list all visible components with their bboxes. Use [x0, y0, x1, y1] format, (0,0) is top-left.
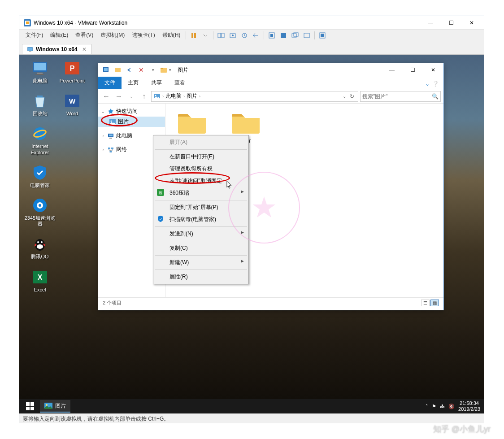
context-menu-item-4[interactable]: 从"快速访问"取消固定	[154, 175, 248, 187]
qat-newfolder-icon[interactable]	[113, 65, 123, 75]
ribbon-expand-icon[interactable]: ⌄ ❔	[421, 79, 443, 89]
view-large-icon[interactable]: ▦	[430, 300, 439, 306]
desktop-icon-qq[interactable]: 腾讯QQ	[24, 235, 56, 260]
desktop-icon-2345[interactable]: 2345加速浏览器	[24, 196, 56, 227]
explorer-max-button[interactable]: ☐	[402, 64, 423, 76]
svg-rect-12	[281, 33, 286, 38]
svg-point-32	[37, 241, 39, 243]
console-icon[interactable]	[302, 30, 312, 40]
folder-icon	[230, 110, 261, 135]
explorer-body: ⌄ 快速访问 图片 › 此电脑 ›	[98, 104, 443, 297]
context-menu-item-3[interactable]: 管理员取得所有权	[154, 163, 248, 175]
tray-network-icon[interactable]: 🖧	[440, 404, 445, 409]
fit-icon[interactable]	[267, 30, 277, 40]
menu-tabs[interactable]: 选项卡(T)	[128, 30, 158, 40]
address-refresh-icon[interactable]: ↻	[348, 93, 356, 100]
tree-quick-access[interactable]: ⌄ 快速访问	[98, 106, 165, 117]
context-menu-item-2[interactable]: 在新窗口中打开(E)	[154, 151, 248, 163]
desktop-icon-ie[interactable]: Internet Explorer	[24, 125, 56, 155]
ribbon-view-tab[interactable]: 查看	[168, 77, 191, 89]
revert-icon[interactable]	[251, 30, 261, 40]
svg-rect-59	[26, 407, 30, 410]
snapshot-mgr-icon[interactable]	[239, 30, 249, 40]
ribbon-home-tab[interactable]: 主页	[122, 77, 145, 89]
svg-point-48	[111, 120, 112, 122]
context-menu-item-12[interactable]: 复制(C)	[154, 242, 248, 254]
menu-file[interactable]: 文件(F)	[22, 30, 47, 40]
menu-help[interactable]: 帮助(H)	[159, 30, 184, 40]
qat-dropdown-icon[interactable]: ▾	[148, 65, 158, 75]
send-cad-icon[interactable]	[216, 30, 226, 40]
breadcrumb-pictures[interactable]: 图片	[187, 92, 197, 100]
explorer-close-button[interactable]: ✕	[423, 64, 443, 76]
svg-rect-53	[111, 148, 113, 149]
qat-properties-icon[interactable]	[101, 65, 112, 75]
folder-icon	[176, 110, 208, 135]
ppt-icon: P	[63, 59, 81, 77]
svg-point-33	[41, 241, 43, 243]
guest-desktop[interactable]: 此电脑 回收站 Internet Explorer 电脑管家 2345加速浏览器…	[19, 55, 484, 413]
svg-rect-6	[222, 33, 224, 38]
pause-icon[interactable]	[189, 30, 199, 40]
context-menu-item-7[interactable]: 固定到"开始"屏幕(P)	[154, 201, 248, 213]
desktop-icon-this-pc[interactable]: 此电脑	[24, 59, 56, 84]
context-menu-separator	[155, 200, 247, 200]
vm-tab-close-icon[interactable]: ✕	[82, 46, 87, 52]
unity-icon[interactable]	[290, 30, 300, 40]
ribbon-file-tab[interactable]: 文件	[98, 77, 122, 89]
address-box[interactable]: › 此电脑 › 图片 › ⌄ ↻	[151, 91, 358, 102]
breadcrumb-thispc[interactable]: 此电脑	[165, 92, 182, 100]
svg-point-46	[155, 95, 156, 96]
recycle-icon	[31, 92, 49, 110]
explorer-min-button[interactable]: —	[382, 64, 402, 76]
desktop-icon-word[interactable]: WWord	[56, 92, 88, 117]
tray-up-icon[interactable]: ˄	[426, 404, 428, 409]
maximize-button[interactable]: ☐	[441, 17, 461, 29]
library-icon[interactable]	[317, 30, 327, 40]
desktop-icon-ppt[interactable]: PPowerPoint	[56, 59, 88, 84]
vm-tab[interactable]: Windows 10 x64 ✕	[22, 44, 91, 54]
tray-clock[interactable]: 21:58:34 2019/2/23	[458, 400, 480, 412]
ribbon-share-tab[interactable]: 共享	[145, 77, 168, 89]
address-dropdown-icon[interactable]: ⌄	[343, 94, 346, 99]
star-icon	[107, 108, 114, 115]
tray-flag-icon[interactable]: ⚑	[432, 404, 436, 409]
desktop-icon-excel[interactable]: XExcel	[24, 268, 56, 293]
address-pic-icon	[153, 93, 161, 100]
minimize-button[interactable]: —	[420, 17, 441, 29]
svg-text:P: P	[70, 65, 75, 72]
fullscreen-icon[interactable]	[278, 30, 288, 40]
dropdown-icon[interactable]	[200, 30, 210, 40]
qat-delete-icon[interactable]: ✕	[136, 65, 147, 75]
start-button[interactable]	[21, 399, 39, 413]
explorer-addressbar: ← → ⌄ ↑ › 此电脑 › 图片 › ⌄ ↻ 🔍	[98, 89, 443, 104]
search-icon[interactable]: 🔍	[432, 93, 439, 100]
taskbar-app-pictures[interactable]: 图片	[40, 400, 70, 413]
tree-pictures[interactable]: 图片	[98, 117, 165, 127]
view-details-icon[interactable]: ☰	[421, 300, 430, 306]
context-menu-item-5[interactable]: 压360压缩	[154, 187, 248, 199]
vmware-statusbar: 要将输入定向到该虚拟机，请在虚拟机内部单击或按 Ctrl+G。	[19, 413, 484, 423]
context-menu-separator	[155, 269, 247, 270]
nav-up-button[interactable]: ↑	[139, 91, 149, 102]
search-box[interactable]: 🔍	[360, 91, 441, 102]
context-menu: 展开(A)在新窗口中打开(E)管理员取得所有权从"快速访问"取消固定压360压缩…	[153, 135, 249, 284]
qat-undo-icon[interactable]	[124, 65, 135, 75]
menu-vm[interactable]: 虚拟机(M)	[97, 30, 128, 40]
search-input[interactable]	[362, 93, 432, 100]
nav-fwd-button[interactable]: →	[113, 91, 124, 102]
nav-history-dropdown[interactable]: ⌄	[126, 91, 137, 102]
snapshot-icon[interactable]	[228, 30, 238, 40]
nav-back-button[interactable]: ←	[101, 91, 112, 102]
context-menu-item-8[interactable]: 扫描病毒(电脑管家)	[154, 213, 248, 226]
menu-view[interactable]: 查看(V)	[72, 30, 97, 40]
close-button[interactable]: ✕	[461, 17, 482, 29]
tray-volume-icon[interactable]: 🔇	[448, 404, 455, 409]
desktop-icon-guanjia[interactable]: 电脑管家	[24, 164, 56, 188]
context-menu-item-14[interactable]: 新建(W)	[154, 256, 248, 269]
desktop-icon-recycle[interactable]: 回收站	[24, 92, 56, 117]
context-menu-item-10[interactable]: 发送到(N)	[154, 228, 248, 240]
svg-rect-3	[191, 33, 193, 38]
menu-edit[interactable]: 编辑(E)	[47, 30, 72, 40]
context-menu-item-16[interactable]: 属性(R)	[154, 271, 248, 283]
